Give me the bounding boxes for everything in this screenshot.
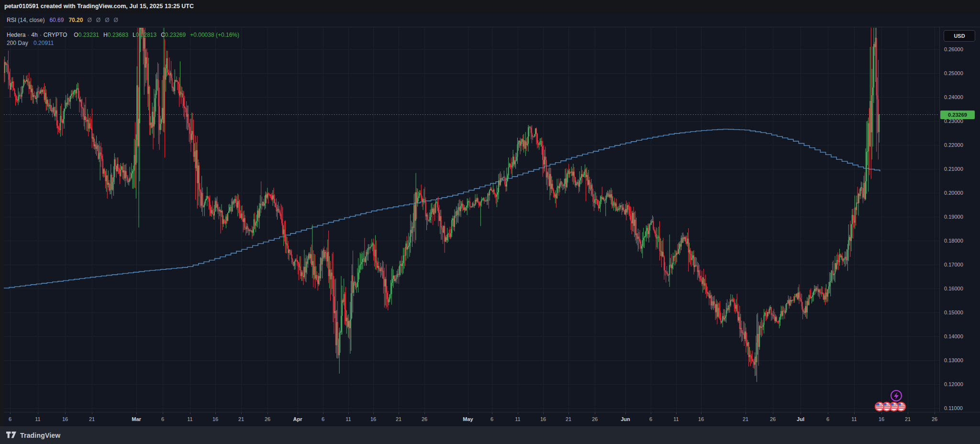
attribution-text: petar010591 created with TradingView.com… bbox=[4, 3, 194, 10]
time-axis-label: Jun bbox=[621, 416, 630, 422]
time-axis-tick bbox=[38, 412, 38, 414]
time-axis-tick bbox=[65, 412, 66, 414]
current-price-tag: 0.23269 bbox=[940, 111, 975, 119]
time-axis-label: 16 bbox=[62, 416, 68, 422]
price-axis-label: 0.21000 bbox=[944, 166, 963, 172]
time-axis-label: 16 bbox=[879, 416, 884, 422]
time-axis-tick bbox=[373, 412, 374, 414]
price-axis-label: 0.14000 bbox=[944, 333, 963, 339]
time-axis-tick bbox=[773, 412, 773, 414]
time-axis-tick bbox=[348, 412, 349, 414]
price-axis-label: 0.17000 bbox=[944, 262, 963, 267]
time-axis-label: 11 bbox=[673, 416, 679, 422]
time-axis-label: 21 bbox=[743, 416, 748, 422]
footer-bar: TradingView bbox=[0, 426, 980, 444]
time-axis-tick bbox=[625, 412, 626, 414]
time-axis-label: 26 bbox=[422, 416, 427, 422]
price-axis-label: 0.12000 bbox=[944, 381, 963, 387]
price-change: +0.00038 (+0.16%) bbox=[190, 32, 239, 38]
time-axis-label: 16 bbox=[540, 416, 546, 422]
currency-toggle-button[interactable]: USD bbox=[944, 30, 975, 42]
time-axis-tick bbox=[215, 412, 216, 414]
time-axis-tick bbox=[746, 412, 746, 414]
time-axis-tick bbox=[424, 412, 425, 414]
rsi-value: 60.69 bbox=[49, 17, 64, 23]
time-axis-tick bbox=[676, 412, 677, 414]
time-axis-label: 21 bbox=[905, 416, 911, 422]
tradingview-logo-icon[interactable] bbox=[6, 432, 17, 439]
price-axis-label: 0.15000 bbox=[944, 310, 963, 315]
time-axis[interactable]: 6111621Mar611162126Apr611162126May611162… bbox=[4, 412, 980, 426]
price-axis-label: 0.25000 bbox=[944, 70, 963, 76]
ma-label: 200 Day bbox=[7, 40, 28, 46]
price-axis-label: 0.26000 bbox=[944, 46, 963, 52]
time-axis-label: 6 bbox=[649, 416, 652, 422]
ma-legend-row[interactable]: 200 Day 0.20911 bbox=[7, 39, 239, 47]
time-axis-tick bbox=[136, 412, 137, 414]
time-axis-label: 21 bbox=[566, 416, 571, 422]
time-axis-tick bbox=[651, 412, 651, 414]
rsi-hidden-marker: Ø bbox=[113, 17, 118, 23]
price-axis-label: 0.24000 bbox=[944, 94, 963, 100]
price-axis-label: 0.13000 bbox=[944, 357, 963, 363]
time-axis-label: 11 bbox=[515, 416, 520, 422]
time-axis-label: 21 bbox=[89, 416, 95, 422]
time-axis-tick bbox=[10, 412, 11, 414]
rsi-label: RSI (14, close) bbox=[7, 17, 45, 23]
time-axis-tick bbox=[92, 412, 92, 414]
time-axis-tick bbox=[298, 412, 298, 414]
time-axis-label: Jul bbox=[797, 416, 804, 422]
candlestick-chart[interactable] bbox=[4, 27, 939, 412]
price-axis-label: 0.11000 bbox=[944, 405, 963, 411]
ohlc-open: O0.23231 bbox=[74, 32, 99, 38]
time-axis-label: May bbox=[463, 416, 473, 422]
price-pane[interactable]: Hedera·4h·CRYPTOO0.23231H0.23683L0.22813… bbox=[4, 27, 939, 412]
ma-value: 0.20911 bbox=[33, 40, 54, 46]
price-axis-label: 0.16000 bbox=[944, 286, 963, 291]
time-axis-tick bbox=[241, 412, 242, 414]
rsi-indicator-pane[interactable]: RSI (14, close) 60.69 70.20 Ø Ø Ø Ø bbox=[4, 13, 980, 27]
time-axis-tick bbox=[908, 412, 908, 414]
time-axis-tick bbox=[828, 412, 828, 414]
time-axis-tick bbox=[163, 412, 163, 414]
time-axis-label: 26 bbox=[770, 416, 776, 422]
price-axis-label: 0.19000 bbox=[944, 214, 963, 220]
chart-legend: Hedera·4h·CRYPTOO0.23231H0.23683L0.22813… bbox=[7, 31, 239, 47]
time-axis-label: Mar bbox=[132, 416, 141, 422]
tradingview-chart-window: petar010591 created with TradingView.com… bbox=[0, 0, 980, 444]
time-axis-label: 6 bbox=[826, 416, 829, 422]
symbol-legend-row[interactable]: Hedera·4h·CRYPTOO0.23231H0.23683L0.22813… bbox=[7, 31, 239, 39]
rsi-hidden-marker: Ø bbox=[96, 17, 100, 23]
time-axis-label: 26 bbox=[592, 416, 598, 422]
time-axis-tick bbox=[701, 412, 702, 414]
time-axis-tick bbox=[801, 412, 801, 414]
time-axis-label: 11 bbox=[851, 416, 857, 422]
time-axis-label: 26 bbox=[265, 416, 270, 422]
time-axis-tick bbox=[568, 412, 569, 414]
price-axis[interactable]: USD 0.260000.250000.240000.230000.220000… bbox=[939, 27, 980, 412]
time-axis-label: 26 bbox=[932, 416, 937, 422]
time-axis-label: 16 bbox=[370, 416, 376, 422]
time-axis-label: 11 bbox=[187, 416, 192, 422]
time-axis-label: Apr bbox=[293, 416, 302, 422]
ohlc-high: H0.23683 bbox=[103, 32, 128, 38]
time-axis-label: 16 bbox=[698, 416, 704, 422]
tradingview-logo-text[interactable]: TradingView bbox=[20, 432, 60, 439]
time-axis-tick bbox=[323, 412, 323, 414]
price-axis-label: 0.22000 bbox=[944, 142, 963, 148]
time-axis-tick bbox=[267, 412, 268, 414]
time-axis-label: 6 bbox=[322, 416, 324, 422]
symbol-exchange: CRYPTO bbox=[44, 32, 67, 38]
time-axis-label: 6 bbox=[161, 416, 164, 422]
time-axis-tick bbox=[854, 412, 855, 414]
time-axis-label: 21 bbox=[396, 416, 401, 422]
rsi-hidden-marker: Ø bbox=[105, 17, 109, 23]
time-axis-label: 21 bbox=[238, 416, 244, 422]
price-axis-label: 0.23000 bbox=[944, 118, 963, 124]
time-axis-tick bbox=[595, 412, 595, 414]
time-axis-tick bbox=[190, 412, 190, 414]
ohlc-close: C0.23269 bbox=[161, 32, 186, 38]
attribution-bar: petar010591 created with TradingView.com… bbox=[0, 0, 980, 13]
time-axis-tick bbox=[881, 412, 882, 414]
price-axis-label: 0.18000 bbox=[944, 238, 963, 244]
